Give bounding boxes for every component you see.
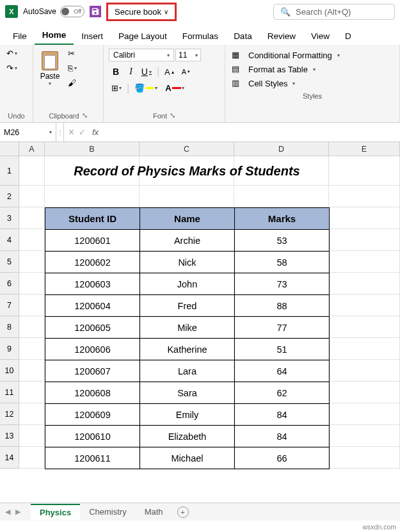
row-header[interactable]: 14 [0,447,19,469]
col-header-b[interactable]: B [45,142,140,156]
cell[interactable]: 64 [235,360,330,382]
tab-data[interactable]: Data [226,28,260,45]
cell[interactable]: Lara [140,360,235,382]
sheet-title[interactable]: Record of Physics Marks of Students [45,156,329,186]
cell[interactable]: Emily [140,404,235,426]
cell[interactable]: 84 [235,426,330,447]
row-header[interactable]: 13 [0,425,19,447]
cell[interactable]: 1200604 [45,295,140,317]
cell[interactable]: Archie [140,230,235,252]
save-button[interactable] [90,6,101,17]
col-header-c[interactable]: C [140,142,234,156]
row-header[interactable]: 8 [0,316,19,338]
cell[interactable]: 1200601 [45,230,140,252]
cell[interactable]: 84 [235,404,330,426]
format-as-table-button[interactable]: ▤ Format as Table ▾ [232,64,393,74]
name-box[interactable]: M26 ▾ [0,123,56,141]
cell[interactable]: 1200611 [45,447,140,469]
header-marks[interactable]: Marks [235,208,330,230]
cell[interactable]: 77 [235,317,330,339]
font-size-select[interactable]: 11▾ [175,49,201,61]
undo-button[interactable]: ↶▾ [4,47,20,60]
fx-button[interactable]: fx [90,127,101,137]
sheet-tab-physics[interactable]: Physics [31,504,80,520]
cell[interactable]: 62 [235,382,330,404]
row-header[interactable]: 5 [0,251,19,273]
cell-grid[interactable]: Record of Physics Marks of Students Stud… [19,156,400,469]
cell[interactable]: Katherine [140,339,235,360]
row-header[interactable]: 7 [0,294,19,316]
cell[interactable]: Mike [140,317,235,339]
header-name[interactable]: Name [140,208,235,230]
tab-review[interactable]: Review [260,28,303,45]
conditional-formatting-button[interactable]: ▦ Conditional Formatting ▾ [232,50,393,60]
row-header[interactable]: 3 [0,207,19,229]
paste-button[interactable]: Paste ▾ [37,47,63,89]
cell[interactable]: John [140,273,235,295]
row-header[interactable]: 2 [0,186,19,207]
font-color-button[interactable]: A▾ [163,82,186,94]
next-sheet-icon[interactable]: ▶ [15,508,20,516]
copy-button[interactable]: ⎘▾ [65,62,79,74]
row-header[interactable]: 10 [0,360,19,382]
cell[interactable]: 66 [235,447,330,469]
tab-home[interactable]: Home [35,26,74,45]
sheet-tab-math[interactable]: Math [136,504,172,519]
search-input[interactable]: 🔍 Search (Alt+Q) [273,4,395,20]
col-header-e[interactable]: E [329,142,400,156]
name-box-resize[interactable]: ⋮ [56,123,64,141]
autosave-toggle[interactable]: Off [60,6,84,17]
underline-button[interactable]: U▾ [139,65,154,78]
cell[interactable]: Nick [140,252,235,273]
dialog-launcher-icon[interactable]: ⤡ [170,111,175,120]
cancel-formula-icon[interactable]: ✕ [68,127,75,137]
tab-formulas[interactable]: Formulas [175,28,226,45]
select-all-button[interactable] [0,142,19,156]
cell[interactable]: 1200607 [45,360,140,382]
cell[interactable]: 1200606 [45,339,140,360]
cell[interactable]: 51 [235,339,330,360]
cell[interactable]: 58 [235,252,330,273]
cell[interactable]: 1200603 [45,273,140,295]
sheet-tab-chemistry[interactable]: Chemistry [80,504,136,519]
cell[interactable]: Michael [140,447,235,469]
row-header[interactable]: 6 [0,273,19,294]
grow-font-button[interactable]: A▴ [162,66,177,78]
prev-sheet-icon[interactable]: ◀ [5,508,10,516]
bold-button[interactable]: B [109,65,123,78]
cell[interactable]: Fred [140,295,235,317]
tab-more[interactable]: D [337,28,359,45]
tab-page-layout[interactable]: Page Layout [111,28,175,45]
redo-button[interactable]: ↷▾ [4,62,20,74]
row-header[interactable]: 11 [0,382,19,403]
cell[interactable]: 88 [235,295,330,317]
enter-formula-icon[interactable]: ✓ [79,127,86,137]
cell[interactable]: 1200605 [45,317,140,339]
tab-view[interactable]: View [303,28,337,45]
cell[interactable]: 1200609 [45,404,140,426]
shrink-font-button[interactable]: A▾ [179,67,193,77]
italic-button[interactable]: I [125,65,136,78]
cell[interactable]: 1200608 [45,382,140,404]
dialog-launcher-icon[interactable]: ⤡ [82,111,88,120]
cut-button[interactable]: ✂ [65,47,79,60]
header-student-id[interactable]: Student ID [45,208,140,230]
fill-color-button[interactable]: 🪣▾ [132,82,160,94]
cell[interactable]: 73 [235,273,330,295]
format-painter-button[interactable]: 🖌 [65,77,79,89]
row-header[interactable]: 1 [0,156,19,186]
col-header-a[interactable]: A [19,142,45,156]
font-name-select[interactable]: Calibri▾ [109,49,174,61]
cell-styles-button[interactable]: ▥ Cell Styles ▾ [232,78,393,88]
cell[interactable]: Elizabeth [140,426,235,447]
filename-dropdown[interactable]: Secure book ∨ [106,3,177,21]
cell[interactable]: 1200610 [45,426,140,447]
col-header-d[interactable]: D [234,142,329,156]
cell[interactable]: 53 [235,230,330,252]
cell[interactable]: Sara [140,382,235,404]
cell[interactable]: 1200602 [45,252,140,273]
tab-file[interactable]: File [5,28,35,45]
row-header[interactable]: 4 [0,229,19,251]
borders-button[interactable]: ⊞▾ [109,82,124,94]
row-header[interactable]: 9 [0,338,19,360]
